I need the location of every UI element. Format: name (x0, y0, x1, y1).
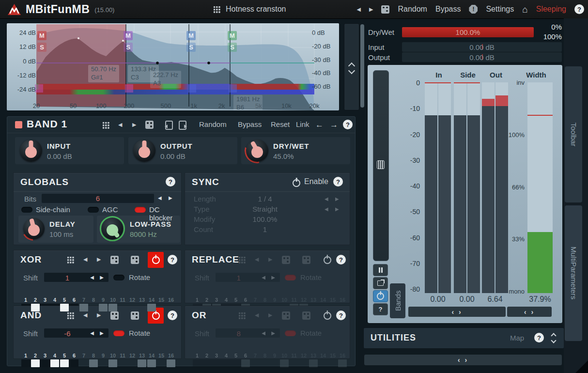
sync-type-value[interactable]: Straight (209, 205, 321, 213)
help-button[interactable]: ? (574, 4, 584, 14)
step-cell-9[interactable] (99, 359, 108, 367)
replace-help-button[interactable]: ? (336, 255, 346, 264)
or-prev-icon[interactable]: ◀ (255, 312, 259, 318)
step-cell-13[interactable] (309, 359, 318, 367)
preset-selector[interactable]: Hotness cranston (213, 0, 286, 18)
output-gain-slider[interactable]: 0.00 dB (402, 52, 562, 62)
step-cell-6[interactable] (70, 359, 78, 367)
replace-shift-slider[interactable]: 1 ◀ ▶ (216, 273, 280, 282)
step-cell-14[interactable] (147, 304, 156, 311)
step-cell-14[interactable] (319, 359, 327, 367)
and-random-icon[interactable] (110, 311, 119, 320)
replace-rotate-toggle[interactable] (285, 275, 296, 280)
analyzer-scrollbar[interactable] (360, 24, 364, 108)
or-rotate-toggle[interactable] (285, 330, 296, 336)
in-right-meter[interactable] (438, 82, 451, 293)
shift-prev-icon[interactable]: ◀ (90, 275, 94, 280)
replace-next-icon[interactable]: ▶ (268, 257, 272, 262)
or-help-button[interactable]: ? (336, 311, 346, 320)
step-cell-5[interactable] (60, 304, 69, 311)
band4-mid-badge[interactable]: M (228, 31, 237, 40)
in-left-meter[interactable] (425, 82, 437, 293)
band2-side-badge[interactable]: S (124, 43, 133, 52)
xor-power-button[interactable] (148, 252, 164, 268)
shift-prev-icon[interactable]: ◀ (262, 275, 265, 280)
preset-name[interactable]: Hotness cranston (226, 5, 286, 14)
warning-icon[interactable]: ! (469, 5, 478, 14)
band-bypass-button[interactable]: Bypass (238, 120, 262, 128)
copy-icon[interactable] (179, 121, 186, 130)
band-random-icon[interactable] (145, 121, 154, 129)
side-right-meter[interactable] (467, 82, 480, 293)
sync-length-next-icon[interactable]: ▶ (335, 196, 339, 202)
delay-knob[interactable] (23, 218, 45, 239)
replace-prev-icon[interactable]: ◀ (255, 257, 259, 262)
step-cell-9[interactable] (270, 359, 279, 367)
band4-side-badge[interactable]: S (228, 43, 237, 52)
sleeping-indicator[interactable]: Sleeping (536, 5, 566, 14)
step-cell-7[interactable] (251, 359, 260, 367)
and-random-alt-icon[interactable] (131, 311, 139, 320)
utilities-help-button[interactable]: ? (534, 333, 544, 342)
step-cell-2[interactable] (31, 359, 40, 367)
xor-shift-slider[interactable]: 1 ◀ ▶ (44, 273, 108, 282)
step-cell-12[interactable] (128, 304, 137, 311)
meter-popup-button[interactable] (373, 277, 388, 289)
step-cell-1[interactable] (21, 359, 30, 367)
drywet-knob[interactable] (246, 140, 268, 162)
shift-next-icon[interactable]: ▶ (100, 330, 104, 336)
randomize-icon[interactable] (381, 5, 389, 14)
meter-mode-icon[interactable] (377, 160, 385, 169)
globals-help-button[interactable]: ? (166, 177, 175, 186)
band-left-arrow-icon[interactable]: ← (315, 121, 324, 129)
sync-length-value[interactable]: 1 / 4 (209, 195, 321, 203)
bits-slider[interactable]: 6 (42, 194, 154, 203)
side-left-meter[interactable] (454, 82, 466, 293)
meter-help-button[interactable]: ? (373, 303, 388, 315)
and-presets-icon[interactable] (67, 312, 74, 319)
sync-enable-label[interactable]: Enable (304, 177, 328, 186)
step-cell-11[interactable] (290, 359, 298, 367)
home-icon[interactable]: ⌂ (522, 5, 527, 14)
step-cell-5[interactable] (60, 359, 69, 367)
step-cell-4[interactable] (50, 359, 59, 367)
step-cell-7[interactable] (79, 304, 88, 311)
xor-next-icon[interactable]: ▶ (97, 257, 101, 262)
band1-side-badge[interactable]: S (37, 43, 46, 52)
step-cell-8[interactable] (89, 359, 98, 367)
band-reset-button[interactable]: Reset (271, 120, 290, 128)
step-cell-14[interactable] (147, 359, 156, 367)
map-button[interactable]: Map (510, 334, 524, 342)
tab-multiparameters[interactable]: MultiParameters (565, 205, 582, 341)
band-presets-icon[interactable] (102, 122, 109, 129)
xor-help-button[interactable]: ? (168, 255, 177, 264)
and-prev-icon[interactable]: ◀ (83, 312, 87, 318)
and-shift-slider[interactable]: -6 ◀ ▶ (44, 328, 108, 338)
next-preset-icon[interactable]: ▶ (369, 7, 373, 12)
step-cell-2[interactable] (31, 304, 40, 311)
xor-prev-icon[interactable]: ◀ (83, 257, 87, 262)
shift-prev-icon[interactable]: ◀ (90, 330, 94, 336)
step-cell-13[interactable] (138, 304, 146, 311)
step-cell-6[interactable] (241, 359, 250, 367)
xor-presets-icon[interactable] (67, 256, 74, 264)
step-cell-1[interactable] (21, 304, 30, 311)
or-shift-slider[interactable]: 8 ◀ ▶ (216, 328, 280, 338)
prev-preset-icon[interactable]: ◀ (357, 7, 361, 12)
step-cell-15[interactable] (157, 304, 166, 311)
spectrum-analyzer[interactable]: 24 dB12 dB0 dB-12 dB-24 dB 0 dB-20 dB-30… (7, 23, 339, 110)
lowpass-knob[interactable] (102, 218, 123, 239)
sync-count-value[interactable]: 1 (209, 225, 321, 233)
out-left-meter[interactable] (482, 82, 495, 293)
width-meter[interactable] (527, 82, 553, 293)
or-random-icon[interactable] (282, 311, 290, 320)
or-random-alt-icon[interactable] (302, 311, 310, 320)
step-cell-10[interactable] (108, 359, 117, 367)
meter-power-button[interactable] (373, 290, 388, 302)
meter-range-fader[interactable] (373, 70, 389, 261)
band3-mid-badge[interactable]: M (186, 31, 196, 40)
sync-type-prev-icon[interactable]: ◀ (325, 206, 328, 212)
band3-side-badge[interactable]: S (186, 43, 196, 52)
bits-next-icon[interactable]: ▶ (169, 195, 172, 201)
xor-random-icon[interactable] (110, 256, 119, 264)
